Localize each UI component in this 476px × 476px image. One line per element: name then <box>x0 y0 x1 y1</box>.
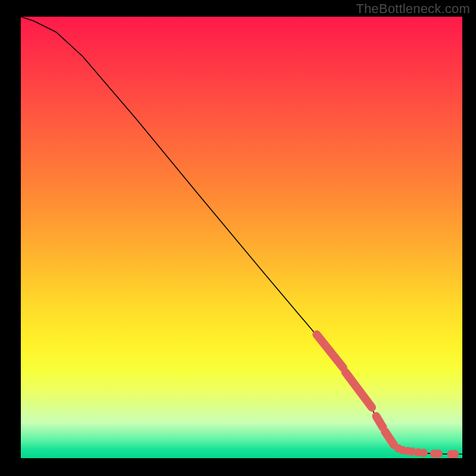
plot-area <box>21 17 462 458</box>
highlight-points <box>394 444 459 458</box>
highlight-segments <box>317 334 394 445</box>
chart-overlay <box>21 17 462 458</box>
attribution-label: TheBottleneck.com <box>356 1 470 17</box>
highlight-segment <box>345 372 372 407</box>
curve-path <box>21 17 462 454</box>
highlight-segment <box>385 431 394 444</box>
highlight-segment <box>317 334 343 368</box>
highlight-point <box>419 449 428 457</box>
highlight-segment <box>376 416 383 428</box>
highlight-point <box>450 450 459 458</box>
highlight-point <box>434 450 443 458</box>
chart-frame: TheBottleneck.com <box>0 0 476 476</box>
